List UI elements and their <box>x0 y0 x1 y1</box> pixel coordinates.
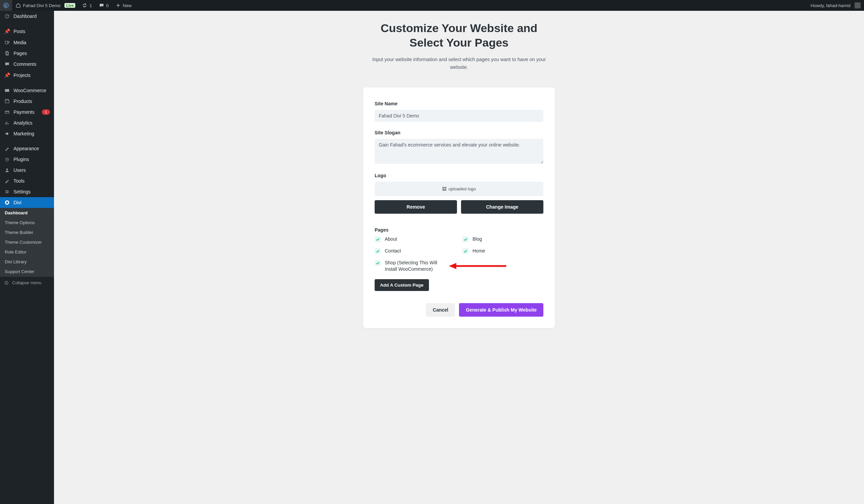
wrench-icon <box>4 178 10 184</box>
page-option-label: Home <box>472 248 485 254</box>
page-title: Customize Your Website and Select Your P… <box>381 21 538 50</box>
admin-sidebar: Dashboard 📌 Posts Media Pages Comments <box>0 11 54 504</box>
submenu-item-role-editor[interactable]: Role Editor <box>0 247 54 257</box>
sidebar-item-label: Settings <box>13 189 50 194</box>
sidebar-item-posts[interactable]: 📌 Posts <box>0 26 54 37</box>
page-option-about[interactable]: About <box>375 236 456 242</box>
annotation-arrow-icon <box>449 261 506 271</box>
collapse-label: Collapse menu <box>12 280 41 285</box>
plus-icon <box>116 3 121 8</box>
remove-logo-button[interactable]: Remove <box>375 200 457 214</box>
checkbox-icon[interactable] <box>375 260 381 266</box>
submenu-item-divi-library[interactable]: Divi Library <box>0 257 54 267</box>
cancel-button[interactable]: Cancel <box>426 303 455 317</box>
page-option-contact[interactable]: Contact <box>375 248 456 254</box>
svg-rect-6 <box>5 89 10 92</box>
svg-point-12 <box>7 192 7 193</box>
sidebar-item-products[interactable]: Products <box>0 96 54 107</box>
comments-menu[interactable]: 0 <box>96 0 112 11</box>
site-name-input[interactable] <box>375 110 543 122</box>
page-subtitle: Input your website information and selec… <box>371 56 547 71</box>
payments-icon <box>4 109 10 115</box>
page-option-label: Contact <box>385 248 401 254</box>
dashboard-icon <box>4 13 10 19</box>
sidebar-item-label: Divi <box>13 200 50 205</box>
sidebar-item-label: Users <box>13 167 50 173</box>
plug-icon <box>4 157 10 162</box>
sidebar-item-label: Payments <box>13 109 38 115</box>
sliders-icon <box>4 189 10 194</box>
sidebar-item-users[interactable]: Users <box>0 165 54 176</box>
sidebar-item-appearance[interactable]: Appearance <box>0 143 54 154</box>
main-content: Customize Your Website and Select Your P… <box>54 11 864 504</box>
sidebar-item-label: Analytics <box>13 120 50 125</box>
sidebar-item-marketing[interactable]: Marketing <box>0 128 54 139</box>
logo-preview[interactable]: uploaded logo <box>375 182 543 196</box>
svg-rect-7 <box>5 100 9 103</box>
sidebar-item-dashboard[interactable]: Dashboard <box>0 11 54 22</box>
svg-marker-16 <box>449 263 456 269</box>
sidebar-item-label: Comments <box>13 61 50 67</box>
site-name-label: Site Name <box>375 101 543 106</box>
sidebar-item-media[interactable]: Media <box>0 37 54 48</box>
sidebar-item-divi[interactable]: Divi <box>0 197 54 208</box>
sidebar-item-settings[interactable]: Settings <box>0 186 54 197</box>
divi-icon <box>4 200 10 205</box>
sidebar-item-woocommerce[interactable]: WooCommerce <box>0 85 54 96</box>
updates-menu[interactable]: 1 <box>79 0 95 11</box>
svg-point-11 <box>8 191 8 192</box>
change-image-button[interactable]: Change Image <box>461 200 543 214</box>
submenu-item-theme-customizer[interactable]: Theme Customizer <box>0 237 54 247</box>
submenu-item-theme-options[interactable]: Theme Options <box>0 218 54 228</box>
checkbox-icon[interactable] <box>463 236 468 242</box>
page-option-shop[interactable]: Shop (Selecting This Will Install WooCom… <box>375 260 456 273</box>
page-option-blog[interactable]: Blog <box>463 236 543 242</box>
new-content-menu[interactable]: New <box>112 0 135 11</box>
sidebar-item-tools[interactable]: Tools <box>0 176 54 186</box>
svg-point-10 <box>6 190 7 191</box>
site-name-menu[interactable]: Fahad Divi 5 Demo Live <box>12 0 79 11</box>
notification-badge: 1 <box>42 109 50 115</box>
page-option-home[interactable]: Home <box>463 248 543 254</box>
sidebar-item-pages[interactable]: Pages <box>0 48 54 59</box>
generate-publish-button[interactable]: Generate & Publish My Website <box>459 303 543 317</box>
collapse-icon <box>4 280 9 285</box>
sidebar-item-plugins[interactable]: Plugins <box>0 154 54 165</box>
pages-icon <box>4 51 10 56</box>
sidebar-item-label: Plugins <box>13 157 50 162</box>
comment-icon <box>99 3 104 8</box>
sidebar-item-payments[interactable]: Payments 1 <box>0 107 54 118</box>
megaphone-icon <box>4 131 10 136</box>
refresh-icon <box>82 3 87 8</box>
home-icon <box>15 3 21 8</box>
sidebar-item-label: Pages <box>13 51 50 56</box>
site-title: Fahad Divi 5 Demo <box>23 3 60 8</box>
checkbox-icon[interactable] <box>375 236 381 242</box>
wp-logo-menu[interactable] <box>0 0 12 11</box>
sidebar-item-analytics[interactable]: Analytics <box>0 118 54 128</box>
comments-count: 0 <box>106 3 109 8</box>
svg-point-9 <box>7 168 8 170</box>
site-slogan-input[interactable] <box>375 139 543 164</box>
live-status-badge: Live <box>64 3 75 8</box>
checkbox-icon[interactable] <box>375 248 381 254</box>
analytics-icon <box>4 120 10 125</box>
sidebar-item-projects[interactable]: 📌 Projects <box>0 70 54 81</box>
submenu-item-theme-builder[interactable]: Theme Builder <box>0 228 54 237</box>
submenu-item-support-center[interactable]: Support Center <box>0 267 54 276</box>
collapse-menu-button[interactable]: Collapse menu <box>0 276 54 289</box>
pages-grid: About Blog Contact Home Shop (Selecting … <box>375 236 543 273</box>
sidebar-item-label: Products <box>13 99 50 104</box>
comment-icon <box>4 61 10 67</box>
sidebar-item-label: Appearance <box>13 146 50 151</box>
checkbox-icon[interactable] <box>463 248 468 254</box>
account-menu[interactable]: Howdy, fahad-hamid <box>807 0 864 11</box>
sidebar-item-comments[interactable]: Comments <box>0 59 54 70</box>
user-icon <box>4 167 10 173</box>
pages-label: Pages <box>375 227 543 232</box>
wordpress-icon <box>3 3 9 8</box>
submenu-item-dashboard[interactable]: Dashboard <box>0 208 54 218</box>
wp-admin-bar: Fahad Divi 5 Demo Live 1 0 New Howdy, fa… <box>0 0 864 11</box>
divi-submenu: Dashboard Theme Options Theme Builder Th… <box>0 208 54 276</box>
add-custom-page-button[interactable]: Add A Custom Page <box>375 279 429 291</box>
